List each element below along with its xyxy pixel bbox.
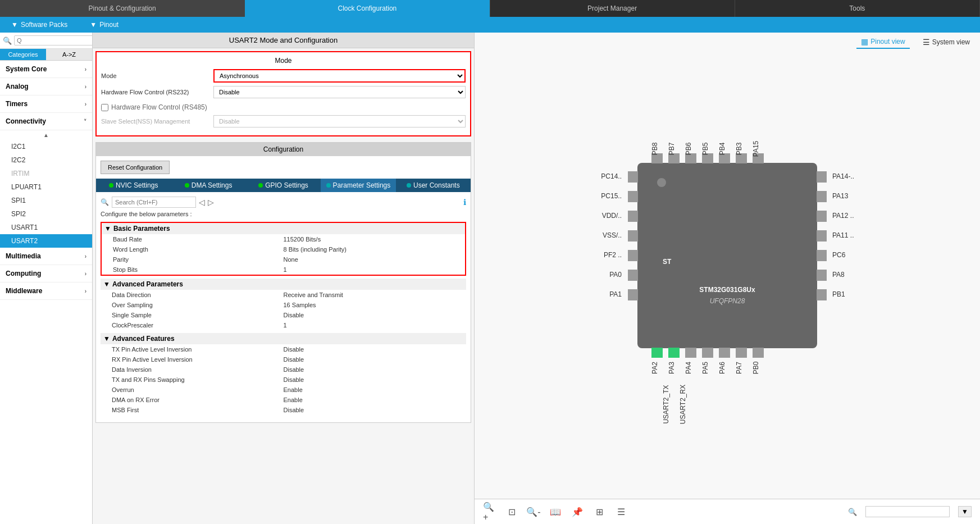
mode-select[interactable]: Asynchronous	[213, 69, 466, 83]
pin-pb7-label: PB7	[668, 142, 676, 155]
mode-label: Mode	[101, 72, 213, 79]
nav-pinout-config[interactable]: Pinout & Configuration	[0, 0, 245, 17]
up-arrow-icon[interactable]: ▲	[0, 130, 92, 140]
dot-green-icon	[185, 183, 189, 188]
nav-software-packs[interactable]: ▼ Software Packs	[0, 21, 79, 29]
pin-vss-label: VSS/..	[603, 231, 622, 239]
tab-a-z[interactable]: A->Z	[46, 49, 92, 60]
sidebar-item-timers[interactable]: Timers ›	[0, 95, 92, 113]
sidebar-search-input[interactable]	[14, 35, 93, 45]
dropdown-arrow-icon[interactable]: ▼	[958, 506, 972, 517]
reset-config-button[interactable]: Reset Configuration	[101, 161, 170, 174]
slave-select-select[interactable]: Disable	[213, 115, 466, 127]
pin-pa7	[736, 348, 747, 358]
pin-pb6-label: PB6	[685, 142, 692, 155]
sidebar-item-system-core[interactable]: System Core ›	[0, 61, 92, 78]
zoom-in-icon[interactable]: 🔍+	[483, 505, 496, 518]
basic-params-header[interactable]: ▼ Basic Parameters	[102, 223, 465, 234]
pin-vdd	[628, 211, 638, 222]
sidebar-item-multimedia[interactable]: Multimedia ›	[0, 248, 92, 265]
nav-project-manager[interactable]: Project Manager	[490, 0, 735, 17]
sidebar-label-connectivity: Connectivity	[6, 117, 46, 125]
param-dma-rx-error: DMA on RX Error Enable	[101, 395, 466, 405]
list-icon[interactable]: ☰	[614, 505, 628, 518]
pin-pb3-label: PB3	[735, 142, 743, 155]
pin-pc6-label: PC6	[832, 251, 846, 259]
system-view-button[interactable]: ☰ System view	[918, 35, 974, 49]
prev-result-icon[interactable]: ◁	[199, 198, 205, 207]
config-title: Configuration	[96, 143, 471, 156]
pin-pa11-label: PA11 ..	[832, 231, 854, 239]
chip-dot	[657, 178, 666, 187]
toolbar-search-input[interactable]	[865, 506, 950, 517]
view-toggle: ▦ Pinout view ☰ System view	[475, 33, 980, 52]
tab-user-constants[interactable]: User Constants	[396, 179, 471, 192]
mode-section-title: Mode	[101, 57, 466, 65]
next-result-icon[interactable]: ▷	[208, 198, 214, 207]
pin-pa6	[719, 348, 730, 358]
param-search-input[interactable]	[112, 197, 196, 208]
sidebar-item-connectivity[interactable]: Connectivity ˅	[0, 113, 92, 130]
sidebar-item-i2c1[interactable]: I2C1	[0, 140, 92, 153]
chevron-right-icon: ›	[85, 271, 86, 277]
pin-pa11	[817, 230, 827, 242]
sidebar-item-lpuart1[interactable]: LPUART1	[0, 180, 92, 194]
fit-view-icon[interactable]: ⊡	[505, 505, 518, 518]
sidebar-item-spi2[interactable]: SPI2	[0, 207, 92, 221]
nav-pinout[interactable]: ▼ Pinout	[79, 21, 130, 29]
sidebar-item-usart2[interactable]: USART2	[0, 234, 92, 248]
tab-parameter-settings[interactable]: Parameter Settings	[321, 179, 395, 192]
sidebar-item-usart1[interactable]: USART1	[0, 221, 92, 234]
sidebar-item-computing[interactable]: Computing ›	[0, 265, 92, 282]
pin-pc14	[628, 171, 638, 183]
param-instruction: Configure the below parameters :	[101, 211, 466, 217]
sidebar-item-irtim[interactable]: IRTIM	[0, 167, 92, 180]
tab-nvic-settings[interactable]: NVIC Settings	[96, 179, 171, 192]
sidebar-label-analog: Analog	[6, 83, 29, 90]
pin-icon[interactable]: 📌	[571, 505, 584, 518]
tab-gpio-settings[interactable]: GPIO Settings	[246, 179, 321, 192]
pin-pa13	[817, 191, 827, 202]
sidebar-item-analog[interactable]: Analog ›	[0, 78, 92, 95]
slave-select-label: Slave Select(NSS) Management	[101, 118, 213, 125]
zoom-out-icon[interactable]: 🔍-	[527, 505, 540, 518]
param-overrun: Overrun Enable	[101, 385, 466, 395]
hw-flow-rs232-select[interactable]: Disable	[213, 86, 466, 98]
param-data-inv: Data Inversion Disable	[101, 364, 466, 375]
pin-pa1	[628, 289, 638, 300]
param-tx-rx-swap: TX and RX Pins Swapping Disable	[101, 375, 466, 385]
sidebar-item-i2c2[interactable]: I2C2	[0, 153, 92, 167]
nav-tools[interactable]: Tools	[735, 0, 980, 17]
pin-pa3-label: PA3	[668, 362, 676, 374]
columns-icon[interactable]: ⊞	[592, 505, 606, 518]
param-content: 🔍 ◁ ▷ ℹ Configure the below parameters :…	[96, 192, 471, 422]
system-icon: ☰	[923, 38, 930, 47]
book-icon[interactable]: 📖	[549, 505, 562, 518]
pinout-view-button[interactable]: ▦ Pinout view	[856, 35, 909, 49]
hw-flow-rs485-row: Hardware Flow Control (RS485)	[101, 102, 466, 113]
chevron-right-icon: ›	[85, 66, 86, 72]
hw-flow-rs485-checkbox[interactable]	[101, 104, 108, 111]
advanced-params-header[interactable]: ▼ Advanced Parameters	[101, 279, 466, 290]
chevron-right-icon: ›	[85, 288, 86, 294]
collapse-icon: ▼	[103, 280, 110, 288]
advanced-features-header[interactable]: ▼ Advanced Features	[101, 333, 466, 344]
tab-dma-settings[interactable]: DMA Settings	[171, 179, 245, 192]
sidebar-label-timers: Timers	[6, 100, 28, 108]
pin-pc15-label: PC15..	[601, 192, 622, 200]
tab-categories[interactable]: Categories	[0, 49, 46, 60]
chevron-down-icon: ˅	[84, 119, 86, 125]
sidebar-label-middleware: Middleware	[6, 287, 42, 295]
sidebar-item-middleware[interactable]: Middleware ›	[0, 282, 92, 300]
param-word-length: Word Length 8 Bits (including Parity)	[102, 244, 465, 254]
pin-pf2	[628, 250, 638, 261]
hw-flow-rs485-label: Hardware Flow Control (RS485)	[111, 103, 207, 111]
pin-pa13-label: PA13	[832, 192, 849, 200]
nav-clock-config[interactable]: Clock Configuration	[245, 0, 490, 17]
sidebar-search-area: 🔍 ⚙	[0, 33, 92, 49]
basic-params-group: ▼ Basic Parameters Baud Rate 115200 Bits…	[101, 222, 466, 276]
pin-pc15	[628, 191, 638, 202]
pin-pa4-label: PA4	[685, 362, 692, 374]
sidebar-label-system-core: System Core	[6, 65, 47, 73]
sidebar-item-spi1[interactable]: SPI1	[0, 194, 92, 207]
